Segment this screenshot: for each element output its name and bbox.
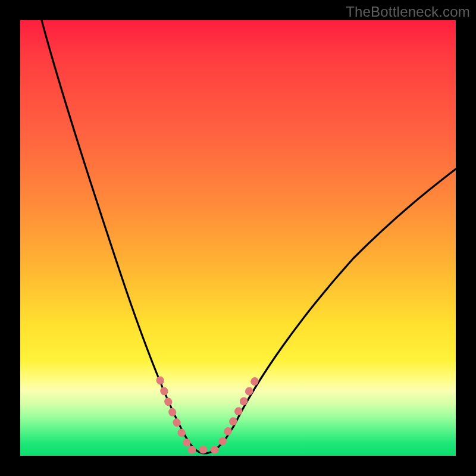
chart-frame: TheBottleneck.com xyxy=(0,0,476,476)
accent-dots-left xyxy=(160,380,187,443)
accent-dots-right xyxy=(223,380,255,441)
gradient-plot-area xyxy=(20,20,456,456)
bottleneck-curve-svg xyxy=(20,20,456,456)
attribution-text: TheBottleneck.com xyxy=(346,4,470,20)
